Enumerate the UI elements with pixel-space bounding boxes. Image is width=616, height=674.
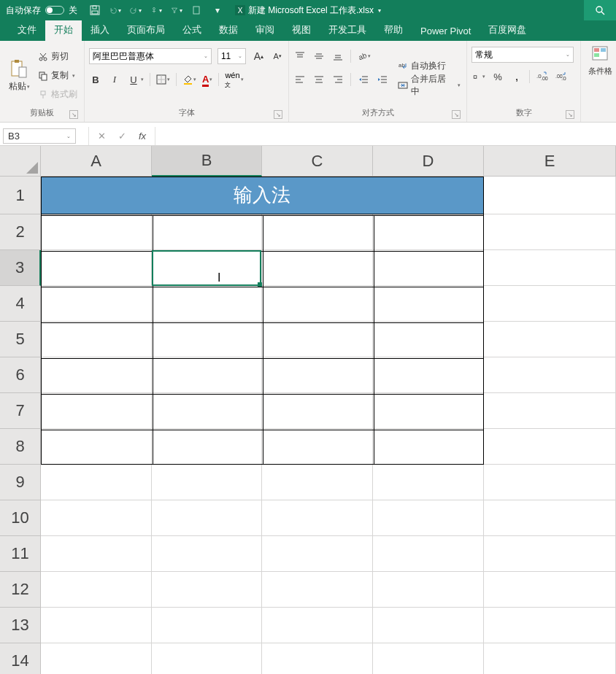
undo-icon[interactable]: ▾ [109, 4, 121, 16]
tab-help[interactable]: 帮助 [375, 19, 412, 41]
cell[interactable] [373, 250, 484, 286]
cell[interactable] [262, 643, 373, 674]
cell[interactable] [41, 214, 152, 250]
align-middle-icon[interactable] [312, 50, 326, 63]
cell[interactable] [484, 643, 616, 674]
align-center-icon[interactable] [312, 73, 326, 86]
cell[interactable] [484, 572, 616, 608]
cell[interactable] [484, 322, 616, 357]
orientation-button[interactable]: ab▾ [357, 51, 371, 61]
new-icon[interactable] [191, 4, 203, 16]
column-header[interactable]: A [41, 146, 152, 177]
cell[interactable] [262, 465, 373, 500]
font-color-button[interactable]: A▾ [202, 72, 212, 87]
bold-button[interactable]: B [89, 73, 102, 86]
cell[interactable] [152, 357, 262, 393]
cell[interactable] [373, 643, 484, 674]
cell[interactable] [262, 536, 373, 572]
cell[interactable] [41, 572, 152, 608]
cell[interactable] [152, 429, 262, 465]
cell[interactable] [152, 250, 262, 286]
row-header[interactable]: 4 [0, 286, 41, 322]
cell[interactable] [41, 250, 152, 286]
row-header[interactable]: 6 [0, 357, 41, 393]
tab-formulas[interactable]: 公式 [174, 19, 210, 41]
cell[interactable] [262, 500, 373, 536]
cell[interactable] [484, 250, 616, 286]
row-header[interactable]: 7 [0, 393, 41, 429]
fx-icon[interactable]: fx [137, 131, 147, 142]
cell[interactable] [484, 608, 616, 643]
cell[interactable] [262, 429, 373, 465]
row-header[interactable]: 3 [0, 250, 41, 286]
cell[interactable] [373, 393, 484, 429]
cell[interactable] [373, 214, 484, 250]
cell[interactable] [262, 214, 373, 250]
cell[interactable] [484, 393, 616, 429]
decrease-decimal-icon[interactable]: .00.0 [555, 70, 568, 83]
underline-button[interactable]: U [127, 73, 140, 86]
cell[interactable] [41, 286, 152, 322]
spreadsheet-grid[interactable]: A B C D E 1234567891011121314 输入法 I [0, 146, 616, 674]
select-all-corner[interactable] [0, 146, 41, 177]
formula-input[interactable] [155, 127, 616, 145]
wrap-text-button[interactable]: ab自动换行 [396, 58, 462, 74]
tab-developer[interactable]: 开发工具 [320, 19, 375, 41]
row-header[interactable]: 12 [0, 572, 41, 608]
cell[interactable] [262, 393, 373, 429]
tab-view[interactable]: 视图 [283, 19, 320, 41]
tab-pagelayout[interactable]: 页面布局 [118, 19, 174, 41]
italic-button[interactable]: I [108, 73, 121, 86]
column-header[interactable]: B [152, 146, 262, 177]
cell[interactable] [152, 214, 262, 250]
increase-font-icon[interactable]: A▴ [252, 50, 265, 63]
align-bottom-icon[interactable] [331, 50, 344, 63]
increase-indent-icon[interactable] [376, 73, 389, 86]
search-button[interactable] [584, 0, 616, 20]
cell[interactable] [41, 536, 152, 572]
cell[interactable] [152, 608, 262, 643]
number-format-select[interactable]: 常规⌄ [471, 47, 574, 63]
cell[interactable] [41, 322, 152, 357]
cell[interactable] [484, 536, 616, 572]
merge-center-button[interactable]: 合并后居中▾ [396, 77, 462, 93]
tab-insert[interactable]: 插入 [82, 19, 118, 41]
align-top-icon[interactable] [293, 50, 307, 63]
cell[interactable] [152, 572, 262, 608]
cell[interactable] [373, 357, 484, 393]
cell[interactable] [152, 643, 262, 674]
paste-button[interactable]: 粘贴▾ [4, 44, 34, 107]
cell[interactable] [484, 286, 616, 322]
cell[interactable] [152, 322, 262, 357]
cell[interactable] [262, 608, 373, 643]
dialog-launcher-icon[interactable]: ↘ [452, 110, 461, 119]
align-right-icon[interactable] [331, 73, 344, 86]
borders-button[interactable]: ▾ [156, 74, 170, 85]
format-painter-button[interactable]: 格式刷 [36, 87, 79, 103]
decrease-indent-icon[interactable] [357, 73, 370, 86]
increase-decimal-icon[interactable]: .0.00 [536, 70, 549, 83]
enter-icon[interactable]: ✓ [117, 131, 127, 142]
row-header[interactable]: 10 [0, 500, 41, 536]
row-header[interactable]: 8 [0, 429, 41, 465]
filter-icon[interactable]: ▾ [171, 4, 182, 16]
row-header[interactable]: 2 [0, 214, 41, 250]
cell[interactable] [41, 393, 152, 429]
font-size-select[interactable]: 11⌄ [217, 48, 247, 64]
cell[interactable] [484, 177, 616, 214]
cell[interactable] [41, 608, 152, 643]
row-header[interactable]: 14 [0, 643, 41, 674]
cell[interactable] [484, 465, 616, 500]
align-left-icon[interactable] [293, 73, 307, 86]
cell[interactable] [152, 536, 262, 572]
tab-home[interactable]: 开始 [45, 19, 82, 41]
row-header[interactable]: 11 [0, 536, 41, 572]
redo-icon[interactable]: ▾ [130, 4, 142, 16]
cell[interactable] [373, 286, 484, 322]
cell[interactable] [484, 214, 616, 250]
fill-color-button[interactable]: ▾ [182, 74, 196, 85]
cell[interactable] [373, 465, 484, 500]
percent-button[interactable]: % [491, 70, 504, 83]
qat-more-icon[interactable]: ▾ [212, 4, 223, 16]
row-header[interactable]: 5 [0, 322, 41, 357]
